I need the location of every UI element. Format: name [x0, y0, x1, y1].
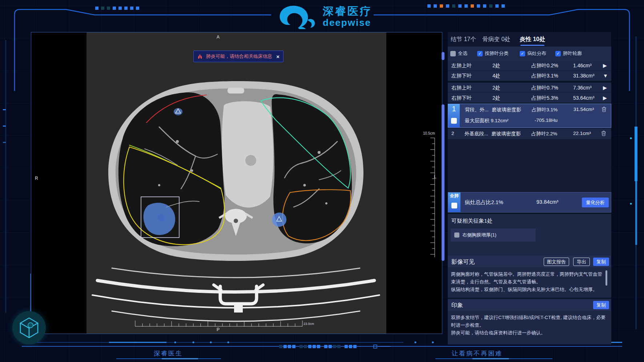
checkbox-unchecked-icon[interactable]	[450, 51, 456, 56]
close-icon[interactable]: ×	[276, 54, 279, 59]
collapse-arrow-icon[interactable]: ▼	[603, 71, 608, 81]
brand-name-en: deepwise	[323, 18, 372, 27]
findings-line: 束清楚，走行自然。气管及各支气管通畅。	[451, 278, 602, 286]
findings-scrollbar[interactable]	[605, 270, 607, 286]
lesion-type: 磨玻璃密度影	[492, 107, 521, 113]
checkbox-checked-icon[interactable]	[520, 51, 525, 56]
lesion-max-area: 最大层面积 9.12cm²	[465, 118, 508, 124]
tab-bone-lesions[interactable]: 骨病变 0处	[482, 32, 510, 46]
orientation-anterior: A	[217, 35, 220, 40]
total-lesion-ratio: 病灶总占比2.1%	[465, 199, 503, 206]
whole-lung-tag: 全肺	[448, 193, 460, 199]
filter-lesion-distribution[interactable]: 病灶分布	[520, 50, 546, 57]
copy-impression-button[interactable]: 复制	[593, 301, 609, 309]
lesion-item-2[interactable]: 2 外基底段... 磨玻璃密度影 占肺叶2.2% 22.1cm³	[448, 128, 611, 139]
lesion-tabs: 结节 17个 骨病变 0处 炎性 10处	[448, 32, 611, 47]
slice-scrollbar-thumb[interactable]	[442, 104, 444, 261]
cube-3d-tool-button[interactable]	[12, 311, 46, 345]
vertical-ruler: 10.5cm	[422, 131, 438, 262]
lobe-row-right-lower[interactable]: 右肺下叶2处 占肺叶5.3%53.64cm³ ▶	[448, 93, 611, 103]
checkbox-checked-icon[interactable]	[477, 51, 483, 56]
impression-title: 印象	[451, 302, 463, 309]
trash-icon[interactable]	[601, 131, 606, 137]
lesion-segment: 外基底段...	[464, 131, 488, 137]
lungs-icon	[197, 54, 203, 59]
lesion-ratio: 占肺叶3.1%	[532, 107, 558, 113]
expand-arrow-icon[interactable]: ▶	[603, 83, 607, 93]
impression-line: 时进一步检查。	[451, 321, 605, 329]
impression-line: 双肺多发结节，建议行CT增强扫描和/或PET-CT检查, 建议结合临床，必要	[451, 314, 605, 321]
impression-line: 肺炎可能，请结合临床资料进行进一步确认。	[451, 329, 605, 337]
trash-icon[interactable]	[601, 107, 607, 113]
findings-body: 两侧胸廓对称，气管纵隔居中。两肺野透亮度正常，两肺野内支气管血管 束清楚，走行自…	[448, 267, 611, 298]
impression-body: 双肺多发结节，建议行CT增强扫描和/或PET-CT检查, 建议结合临床，必要 时…	[448, 311, 611, 345]
analysis-panel: 结节 17个 骨病变 0处 炎性 10处 全选 按肺叶分类 病灶分布 肺叶轮廓	[448, 32, 611, 345]
findings-line: 纵隔结构清楚，双侧肺门、纵隔间隙内未见肿大淋巴结。心包无增厚。	[451, 286, 602, 293]
filter-group-by-lobe[interactable]: 按肺叶分类	[477, 50, 508, 57]
filter-bar: 全选 按肺叶分类 病灶分布 肺叶轮廓	[448, 47, 611, 60]
tab-nodules[interactable]: 结节 17个	[451, 32, 476, 46]
whole-lung-block: 全肺	[448, 192, 460, 212]
total-lesion-volume: 93.84cm³	[536, 199, 558, 205]
app-root: 深睿医疗 deepwise	[0, 0, 644, 362]
findings-section: 影像可见 图文报告 导出 复制 两侧胸廓对称，气管纵隔居中。两肺野透亮度正常，两…	[448, 256, 611, 298]
lesion-index: 1	[448, 105, 460, 113]
expand-arrow-icon[interactable]: ▶	[603, 93, 607, 103]
findings-header: 影像可见 图文报告 导出 复制	[448, 256, 611, 267]
suspicious-signs-section: 可疑相关征象1处 右侧胸膜增厚(1)	[448, 213, 611, 256]
lobe-row-left-lower[interactable]: 左肺下叶4处 占肺叶3.1%31.38cm³ ▼	[448, 71, 611, 81]
lesion-segment: 背段、外...	[465, 107, 488, 113]
checkbox-unchecked-icon[interactable]	[454, 232, 459, 238]
pneumonia-alert: 肺炎可能，请结合相关临床信息 ×	[193, 51, 283, 62]
lesion-checkbox[interactable]	[451, 118, 457, 124]
checkbox-checked-icon[interactable]	[555, 51, 561, 56]
findings-line: 两侧胸廓对称，气管纵隔居中。两肺野透亮度正常，两肺野内支气管血管	[451, 270, 602, 278]
slice-scrollbar-marker[interactable]	[442, 52, 444, 60]
lesion-ratio: 占肺叶2.2%	[531, 131, 557, 137]
footer-slogan-left: 深睿医生	[154, 349, 183, 358]
lobe-row-right-upper[interactable]: 右肺上叶2处 占肺叶0.7%7.36cm³ ▶	[448, 83, 611, 93]
cube-icon	[19, 317, 39, 339]
tab-inflammation[interactable]: 炎性 10处	[520, 32, 545, 46]
ct-scan-image[interactable]	[86, 32, 386, 334]
lesion-item-1[interactable]: 1 背段、外... 磨玻璃密度影 占肺叶3.1% 31.54cm³ 最大层面积 …	[448, 104, 611, 128]
findings-title: 影像可见	[451, 258, 475, 266]
lobe-row-left-upper[interactable]: 左肺上叶2处 占肺叶0.2%1.46cm³ ▶	[448, 60, 611, 71]
orientation-right: R	[35, 176, 38, 181]
footer-slogan-right: 让看病不再困难	[452, 349, 503, 358]
impression-section: 印象 复制 双肺多发结节，建议行CT增强扫描和/或PET-CT检查, 建议结合临…	[448, 299, 611, 345]
whole-lung-checkbox[interactable]	[451, 203, 457, 208]
horizontal-scale-label: 23.0cm	[303, 322, 314, 326]
filter-select-all[interactable]: 全选	[450, 50, 467, 57]
lesion-hu: -705.18Hu	[535, 118, 558, 123]
impression-header: 印象 复制	[448, 299, 611, 311]
ct-viewer: A P R L 肺炎可能，请结合相关临床信息 × 10.5cm	[31, 32, 442, 334]
brand-logo: 深睿医疗 deepwise	[276, 4, 385, 29]
quantitative-analysis-button[interactable]: 量化分析	[582, 198, 609, 207]
lesion-type: 磨玻璃密度影	[491, 131, 521, 137]
alert-text: 肺炎可能，请结合相关临床信息	[206, 53, 272, 60]
filter-lobe-contour[interactable]: 肺叶轮廓	[555, 50, 582, 57]
lesion-volume: 22.1cm³	[573, 131, 591, 136]
sign-item-pleural-thickening[interactable]: 右侧胸膜增厚(1)	[451, 228, 536, 242]
signs-title: 可疑相关征象1处	[451, 218, 492, 224]
deepwise-wave-icon	[276, 4, 320, 29]
horizontal-ruler: 23.0cm	[132, 318, 314, 329]
graphic-report-button[interactable]: 图文报告	[544, 258, 569, 266]
lesion-volume: 31.54cm³	[573, 107, 594, 112]
whole-lung-row: 全肺 病灶总占比2.1% 93.84cm³ 量化分析	[448, 192, 611, 212]
copy-findings-button[interactable]: 复制	[593, 258, 609, 266]
expand-arrow-icon[interactable]: ▶	[603, 60, 607, 71]
vertical-scale-label: 10.5cm	[423, 131, 435, 135]
brand-name-cn: 深睿医疗	[323, 6, 372, 17]
export-button[interactable]: 导出	[573, 258, 590, 266]
lesion-index: 2	[451, 131, 454, 136]
lesion-index-block: 1	[448, 104, 460, 127]
